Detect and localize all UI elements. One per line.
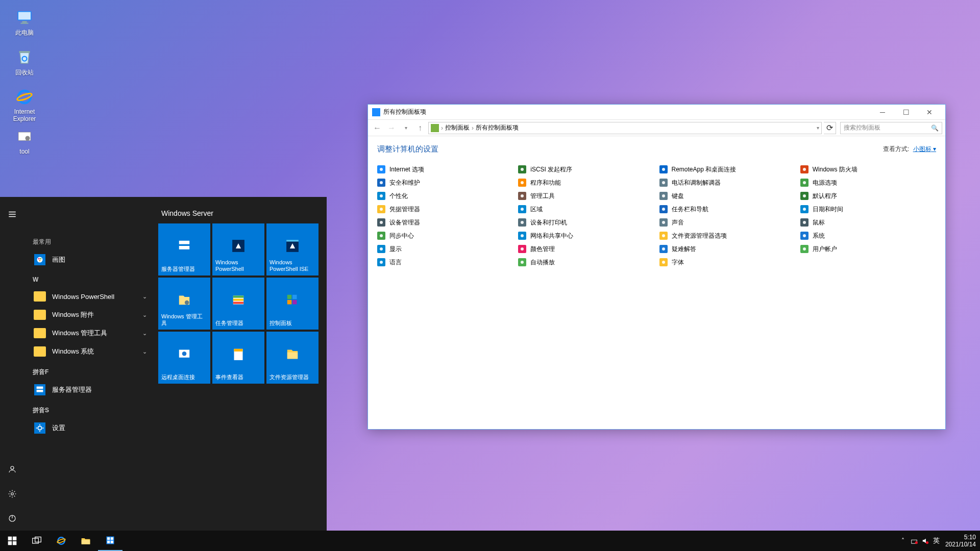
letter-header-pinyinS[interactable]: 拼音S [33,406,149,415]
tile-7[interactable]: 事件查看器 [212,332,264,384]
svg-point-121 [926,541,928,544]
svg-point-39 [182,352,187,356]
app-folder-0[interactable]: Windows PowerShell⌄ [31,287,149,306]
cp-item-label: 键盘 [672,192,684,201]
cp-item-9[interactable]: 管理工具 [518,191,654,201]
chevron-down-icon: ⌄ [142,330,147,337]
tile-3[interactable]: Windows 管理工具 [158,278,210,330]
search-icon: 🔍 [931,124,939,132]
user-button[interactable] [0,457,24,482]
tile-2[interactable]: Windows PowerShell ISE [266,223,318,276]
svg-rect-33 [233,302,243,304]
forward-button[interactable]: → [385,122,398,134]
app-paint[interactable]: 画图 [31,251,149,269]
crumb-1[interactable]: 控制面板 [445,123,470,132]
maximize-button[interactable]: ☐ [894,105,918,120]
app-folder-3[interactable]: Windows 系统⌄ [31,342,149,361]
close-button[interactable]: ✕ [918,105,941,120]
svg-point-29 [185,300,189,305]
cp-item-6[interactable]: 电话和调制解调器 [659,178,795,188]
window-titlebar[interactable]: 所有控制面板项 ─ ☐ ✕ [368,105,945,120]
cp-item-19[interactable]: 鼠标 [800,217,936,228]
power-button[interactable] [0,506,24,531]
tile-4[interactable]: 任务管理器 [212,278,264,330]
window-title: 所有控制面板项 [383,108,871,116]
task-view-button[interactable] [24,531,49,551]
cp-item-22[interactable]: 文件资源管理器选项 [659,231,795,241]
control-panel-body: 调整计算机的设置 查看方式: 小图标 ▾ Internet 选项iSCSI 发起… [368,136,945,276]
breadcrumb[interactable]: › 控制面板 › 所有控制面板项 ▾ [428,122,822,134]
label: 此电脑 [15,29,34,37]
cp-item-1[interactable]: iSCSI 发起程序 [518,164,654,174]
cp-item-12[interactable]: 凭据管理器 [377,204,513,214]
tile-8[interactable]: 文件资源管理器 [266,332,318,384]
cp-item-2[interactable]: RemoteApp 和桌面连接 [659,164,795,174]
cp-item-4[interactable]: 安全和维护 [377,178,513,188]
tile-label: 任务管理器 [215,320,261,327]
start-expand-button[interactable] [0,202,24,227]
cp-item-11[interactable]: 默认程序 [800,191,936,201]
letter-header-pinyinF[interactable]: 拼音F [33,368,149,377]
letter-header-w[interactable]: W [33,276,149,283]
start-button[interactable] [0,531,24,551]
search-input[interactable]: 搜索控制面板 🔍 [840,122,942,134]
cp-item-26[interactable]: 疑难解答 [659,244,795,254]
tray-network-icon[interactable] [909,531,920,551]
desktop-icon-ie[interactable]: Internet Explorer [5,85,44,123]
up-button[interactable]: ↑ [414,122,426,134]
tile-6[interactable]: 远程桌面连接 [158,332,210,384]
cp-item-14[interactable]: 任务栏和导航 [659,204,795,214]
cp-item-label: 颜色管理 [530,245,555,254]
cp-item-25[interactable]: 颜色管理 [518,244,654,254]
cp-item-20[interactable]: 同步中心 [377,231,513,241]
minimize-button[interactable]: ─ [871,105,894,120]
refresh-button[interactable]: ⟳ [824,122,836,134]
view-mode-dropdown[interactable]: 小图标 ▾ [913,145,936,153]
app-server-manager[interactable]: 服务器管理器 [31,381,149,399]
cp-item-16[interactable]: 设备管理器 [377,217,513,228]
cp-item-7[interactable]: 电源选项 [800,178,936,188]
tray-volume-icon[interactable] [920,531,931,551]
taskbar-ie[interactable] [49,531,74,551]
cp-item-0[interactable]: Internet 选项 [377,164,513,174]
tile-group-header[interactable]: Windows Server [161,209,322,217]
back-button[interactable]: ← [371,122,383,134]
settings-button[interactable] [0,482,24,506]
cp-item-24[interactable]: 显示 [377,244,513,254]
recent-dropdown[interactable]: ▾ [400,122,412,134]
tray-clock[interactable]: 5:10 2021/10/14 [945,534,976,548]
tile-icon [228,344,249,364]
cp-item-17[interactable]: 设备和打印机 [518,217,654,228]
cp-item-28[interactable]: 语言 [377,257,513,267]
cp-item-29[interactable]: 自动播放 [518,257,654,267]
cp-item-23[interactable]: 系统 [800,231,936,241]
tray-overflow[interactable]: ˄ [897,531,909,551]
cp-item-15[interactable]: 日期和时间 [800,204,936,214]
app-folder-1[interactable]: Windows 附件⌄ [31,306,149,324]
desktop-icon-tool[interactable]: tool [5,124,44,163]
desktop-icon-this-pc[interactable]: 此电脑 [5,5,44,44]
app-settings[interactable]: 设置 [31,419,149,437]
svg-point-66 [803,194,806,197]
desktop-icon-recycle-bin[interactable]: 回收站 [5,45,44,84]
cp-item-5[interactable]: 程序和功能 [518,178,654,188]
cp-item-8[interactable]: 个性化 [377,191,513,201]
tray-ime[interactable]: 英 [931,531,942,551]
cp-item-21[interactable]: 网络和共享中心 [518,231,654,241]
tile-1[interactable]: Windows PowerShell [212,223,264,276]
crumb-2[interactable]: 所有控制面板项 [476,123,519,132]
cp-item-13[interactable]: 区域 [518,204,654,214]
tile-5[interactable]: 控制面板 [266,278,318,330]
cp-item-18[interactable]: 声音 [659,217,795,228]
cp-item-30[interactable]: 字体 [659,257,795,267]
cp-item-10[interactable]: 键盘 [659,191,795,201]
taskbar-control-panel[interactable] [98,531,122,551]
svg-point-120 [915,541,918,544]
label: 画图 [52,255,147,264]
cp-item-icon [800,218,808,227]
cp-item-3[interactable]: Windows 防火墙 [800,164,936,174]
taskbar-explorer[interactable] [74,531,98,551]
app-folder-2[interactable]: Windows 管理工具⌄ [31,324,149,342]
cp-item-27[interactable]: 用户帐户 [800,244,936,254]
tile-0[interactable]: 服务器管理器 [158,223,210,276]
